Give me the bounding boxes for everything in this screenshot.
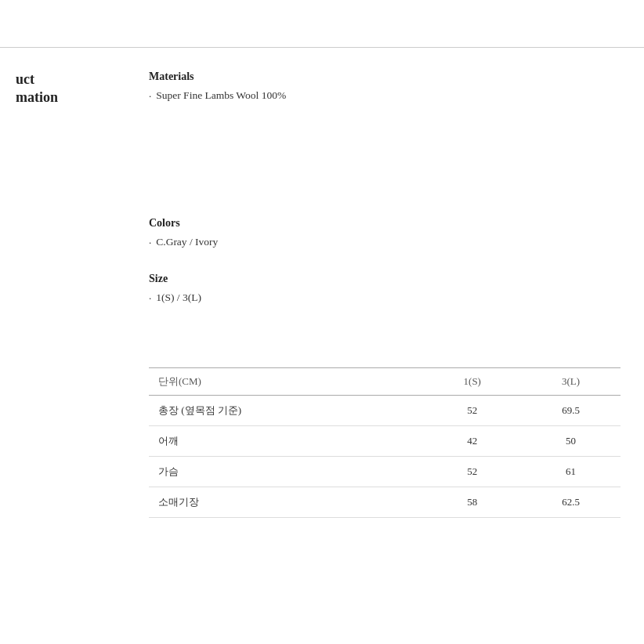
table-header-row: 단위(CM) 1(S) 3(L) [149, 368, 620, 396]
spacer-1 [149, 107, 620, 217]
row-col1: 42 [423, 426, 521, 457]
sidebar: uct mation [0, 63, 141, 518]
size-section: Size · 1(S) / 3(L) [149, 273, 620, 305]
materials-label: Materials [149, 71, 620, 83]
bullet-dot-3: · [149, 292, 151, 305]
size-table-section: 단위(CM) 1(S) 3(L) 총장 (옆목점 기준)5269.5어깨4250… [149, 367, 620, 518]
sidebar-title: uct mation [16, 71, 141, 107]
table-row: 가슴5261 [149, 457, 620, 487]
materials-section: Materials · Super Fine Lambs Wool 100% [149, 71, 620, 103]
bullet-dot: · [149, 90, 151, 103]
spacer-2 [149, 254, 620, 273]
row-label: 총장 (옆목점 기준) [149, 396, 423, 426]
colors-section: Colors · C.Gray / Ivory [149, 217, 620, 249]
col-header-s: 1(S) [423, 368, 521, 396]
colors-item-1: · C.Gray / Ivory [149, 236, 620, 249]
table-row: 총장 (옆목점 기준)5269.5 [149, 396, 620, 426]
bullet-dot-2: · [149, 237, 151, 249]
row-label: 어깨 [149, 426, 423, 457]
table-row: 어깨4250 [149, 426, 620, 457]
main-content: Materials · Super Fine Lambs Wool 100% C… [141, 63, 644, 518]
row-col2: 69.5 [521, 396, 620, 426]
col-header-label: 단위(CM) [149, 368, 423, 396]
table-row: 소매기장5862.5 [149, 487, 620, 518]
col-header-l: 3(L) [521, 368, 620, 396]
row-col2: 61 [521, 457, 620, 487]
materials-item-1: · Super Fine Lambs Wool 100% [149, 89, 620, 103]
row-col1: 58 [423, 487, 521, 518]
row-col1: 52 [423, 457, 521, 487]
row-col2: 50 [521, 426, 620, 457]
row-label: 가슴 [149, 457, 423, 487]
top-divider [0, 47, 644, 48]
row-label: 소매기장 [149, 487, 423, 518]
size-label: Size [149, 273, 620, 285]
size-item-1: · 1(S) / 3(L) [149, 291, 620, 305]
colors-label: Colors [149, 217, 620, 230]
size-table: 단위(CM) 1(S) 3(L) 총장 (옆목점 기준)5269.5어깨4250… [149, 367, 620, 518]
row-col2: 62.5 [521, 487, 620, 518]
row-col1: 52 [423, 396, 521, 426]
